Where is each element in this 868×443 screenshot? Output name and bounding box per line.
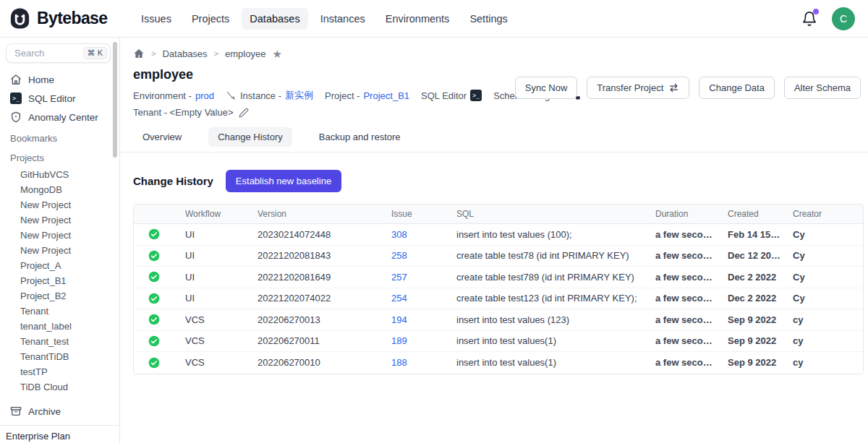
sidebar-project-project-b1[interactable]: Project_B1 <box>0 273 119 288</box>
tenant-label: Tenant - <Empty Value> <box>133 107 234 118</box>
sidebar-project-new-project[interactable]: New Project <box>0 243 119 258</box>
table-row[interactable]: UI20221202074022254create table test123 … <box>134 288 863 310</box>
table-row[interactable]: VCS202206270011189insert into test value… <box>134 331 863 353</box>
nav-item-instances[interactable]: Instances <box>312 8 373 30</box>
home-icon[interactable] <box>133 48 145 59</box>
sidebar-item-anomaly-center[interactable]: Anomaly Center <box>0 108 119 126</box>
duration-cell: a few seconds <box>644 335 716 346</box>
button-label: Change Data <box>709 82 765 93</box>
instance-link[interactable]: 新实例 <box>285 89 313 102</box>
sidebar-project-tidb-cloud[interactable]: TiDB Cloud <box>0 379 119 395</box>
status-cell <box>134 271 174 283</box>
change-data-button[interactable]: Change Data <box>699 77 775 99</box>
sidebar-project-mongodb[interactable]: MongoDB <box>0 182 119 197</box>
sidebar-project-project-b2[interactable]: Project_B2 <box>0 288 119 304</box>
issue-link[interactable]: 257 <box>391 272 407 283</box>
issue-cell: 257 <box>380 272 445 283</box>
sync-now-button[interactable]: Sync Now <box>515 77 578 99</box>
favorite-star-icon[interactable]: ★ <box>272 48 281 59</box>
notifications-bell-icon[interactable] <box>801 11 817 27</box>
issue-link[interactable]: 188 <box>391 357 407 368</box>
success-check-icon <box>148 357 160 369</box>
duration-cell: a few seconds <box>644 229 716 240</box>
created-cell: Dec 12 2022 <box>716 250 781 261</box>
tabs: OverviewChange HistoryBackup and restore <box>133 127 864 147</box>
nav-item-projects[interactable]: Projects <box>184 8 237 30</box>
sidebar-project-tenant-test[interactable]: Tenant_test <box>0 334 119 349</box>
column-header-created: Created <box>716 209 781 219</box>
issue-link[interactable]: 258 <box>391 250 407 261</box>
navbar-right: C <box>801 7 855 30</box>
column-header-creator: Creator <box>781 209 863 219</box>
sidebar-scrollbar[interactable] <box>113 42 117 158</box>
table-row[interactable]: UI20221202081649257create table test789 … <box>134 267 863 288</box>
sidebar-project-tenant-label[interactable]: tenant_label <box>0 319 119 334</box>
sidebar-project-project-a[interactable]: Project_A <box>0 258 119 273</box>
nav-item-databases[interactable]: Databases <box>242 8 307 30</box>
tabs-underline <box>120 152 868 152</box>
change-history-header: Change History Establish new baseline <box>133 170 864 192</box>
version-cell: 202206270010 <box>246 357 380 368</box>
project-link[interactable]: Project_B1 <box>363 90 409 101</box>
edit-pencil-icon[interactable] <box>239 108 249 118</box>
search-box[interactable]: ⌘ K <box>6 43 111 63</box>
table-body: UI20230214072448308insert into test valu… <box>134 224 863 374</box>
success-check-icon <box>148 250 160 262</box>
nav-item-environments[interactable]: Environments <box>378 8 458 30</box>
status-cell <box>134 293 174 304</box>
sql-cell: insert into test values (100); <box>445 229 644 240</box>
nav-item-settings[interactable]: Settings <box>461 8 515 30</box>
plan-label: Enterprise Plan <box>0 426 119 443</box>
tab-change-history[interactable]: Change History <box>208 127 292 147</box>
tab-overview[interactable]: Overview <box>133 127 191 147</box>
sidebar-project-tenanttidb[interactable]: TenantTiDB <box>0 349 119 364</box>
button-label: Sync Now <box>525 82 568 93</box>
issue-link[interactable]: 254 <box>391 293 407 304</box>
table-row[interactable]: VCS202206270013194insert into test value… <box>134 309 863 331</box>
sidebar-item-sql-editor[interactable]: >_SQL Editor <box>0 89 119 108</box>
tab-backup-and-restore[interactable]: Backup and restore <box>310 127 410 147</box>
alter-schema-button[interactable]: Alter Schema <box>784 77 861 99</box>
issue-cell: 308 <box>380 229 445 240</box>
issue-link[interactable]: 189 <box>391 335 407 346</box>
home-icon <box>10 74 22 85</box>
brand[interactable]: Bytebase <box>9 7 123 30</box>
sidebar-project-new-project[interactable]: New Project <box>0 228 119 243</box>
column-header-duration: Duration <box>644 209 716 219</box>
table-row[interactable]: UI20221202081843258create table test78 (… <box>134 246 863 267</box>
sidebar-project-githubvcs[interactable]: GitHubVCS <box>0 167 119 182</box>
workflow-cell: VCS <box>174 314 246 325</box>
sidebar-item-home[interactable]: Home <box>0 70 119 89</box>
success-check-icon <box>148 271 160 283</box>
workflow-cell: VCS <box>174 357 246 368</box>
status-cell <box>134 314 174 325</box>
establish-baseline-button[interactable]: Establish new baseline <box>226 170 341 192</box>
issue-link[interactable]: 308 <box>391 229 407 240</box>
column-header-issue: Issue <box>380 209 445 219</box>
search-input[interactable] <box>13 47 80 59</box>
table-row[interactable]: UI20230214072448308insert into test valu… <box>134 224 863 246</box>
transfer-project-button[interactable]: Transfer Project <box>587 77 689 99</box>
projects-list: GitHubVCSMongoDBNew ProjectNew ProjectNe… <box>0 167 119 395</box>
workflow-cell: UI <box>174 229 246 240</box>
version-cell: 20221202081843 <box>246 250 380 261</box>
avatar[interactable]: C <box>832 7 855 30</box>
table-row[interactable]: VCS202206270010188insert into test value… <box>134 352 863 374</box>
environment-link[interactable]: prod <box>195 90 214 101</box>
sidebar-project-new-project[interactable]: New Project <box>0 197 119 212</box>
environment-label: Environment - <box>133 90 192 101</box>
sql-cell: insert into test values(1) <box>445 357 644 368</box>
breadcrumb-databases[interactable]: Databases <box>162 48 207 59</box>
sql-editor-shortcut[interactable]: SQL Editor >_ <box>421 90 482 101</box>
nav-item-issues[interactable]: Issues <box>133 8 179 30</box>
sidebar-project-new-project[interactable]: New Project <box>0 212 119 228</box>
sidebar-project-testtp[interactable]: testTP <box>0 364 119 379</box>
section-title: Change History <box>133 175 213 187</box>
shield-icon <box>10 111 22 123</box>
breadcrumb-employee[interactable]: employee <box>225 48 265 59</box>
environment-meta: Environment - prod <box>133 90 214 101</box>
sidebar-project-tenant[interactable]: Tenant <box>0 304 119 319</box>
main-content: > Databases > employee ★ employee Enviro… <box>120 38 868 443</box>
issue-link[interactable]: 194 <box>391 314 407 325</box>
sidebar-item-archive[interactable]: Archive <box>0 401 119 421</box>
